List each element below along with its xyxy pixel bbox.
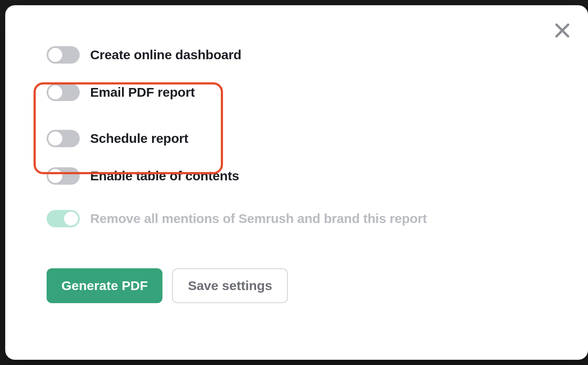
toggle-label-enable-toc: Enable table of contents xyxy=(90,169,239,183)
toggle-enable-toc[interactable] xyxy=(47,167,80,185)
toggle-schedule-report[interactable] xyxy=(47,130,80,147)
toggle-row-email-pdf: Email PDF report xyxy=(47,82,564,103)
toggle-label-email-pdf: Email PDF report xyxy=(90,85,195,100)
toggle-label-remove-brand: Remove all mentions of Semrush and brand… xyxy=(90,211,427,226)
report-settings-modal: Create online dashboard Email PDF report… xyxy=(5,5,588,360)
toggle-label-schedule-report: Schedule report xyxy=(90,131,188,146)
close-icon xyxy=(554,22,571,41)
toggle-create-dashboard[interactable] xyxy=(47,46,80,64)
save-settings-button[interactable]: Save settings xyxy=(172,268,287,303)
toggle-row-create-dashboard: Create online dashboard xyxy=(47,44,564,65)
generate-pdf-button[interactable]: Generate PDF xyxy=(47,268,162,303)
toggle-row-enable-toc: Enable table of contents xyxy=(47,166,564,186)
toggle-row-schedule-report: Schedule report xyxy=(47,128,564,149)
toggle-label-create-dashboard: Create online dashboard xyxy=(90,47,241,62)
close-button[interactable] xyxy=(550,18,575,44)
toggle-email-pdf[interactable] xyxy=(47,84,80,101)
toggle-row-remove-brand: Remove all mentions of Semrush and brand… xyxy=(47,208,564,229)
toggle-remove-brand[interactable] xyxy=(47,210,80,227)
button-row: Generate PDF Save settings xyxy=(47,268,564,303)
